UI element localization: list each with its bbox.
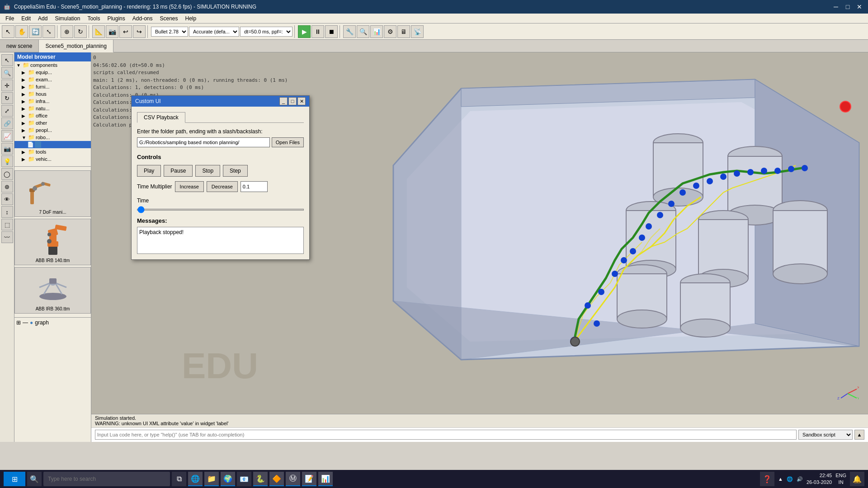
tree-tools[interactable]: ▶ 📁 tools — [14, 148, 91, 155]
taskbar-notification[interactable]: 🔔 — [850, 472, 864, 486]
taskbar-search-input[interactable] — [43, 472, 170, 486]
robot-card-abb360[interactable]: ABB IRB 360.ttm — [14, 267, 91, 314]
toolbar-extra3[interactable]: 📊 — [370, 25, 383, 38]
menu-plugins[interactable]: Plugins — [104, 14, 128, 23]
tree-equip[interactable]: ▶ 📁 equip... — [14, 69, 91, 76]
viewport[interactable]: 0 04:56:02.60 (dt=50.0 ms) scripts calle… — [91, 52, 868, 414]
increase-btn[interactable]: Increase — [175, 181, 204, 192]
toolbar-extra2[interactable]: 🔍 — [357, 25, 369, 38]
lua-dropdown[interactable]: Sandbox script — [798, 430, 853, 440]
tool-force[interactable]: ↕ — [1, 206, 13, 218]
taskbar-app1[interactable]: 📧 — [237, 472, 251, 486]
taskbar-excel[interactable]: 📊 — [318, 472, 333, 486]
accuracy-dropdown[interactable]: Accurate (defa... — [189, 27, 239, 37]
pause-button[interactable]: ⏸ — [311, 25, 324, 38]
taskbar-task-view[interactable]: ⧉ — [172, 472, 186, 486]
toggle-furni[interactable]: ▶ — [22, 84, 27, 89]
robot-card-7dof[interactable]: 7 DoF mani... — [14, 170, 91, 217]
tree-infra[interactable]: ▶ 📁 infra... — [14, 98, 91, 105]
menu-help[interactable]: Help — [182, 14, 200, 23]
taskbar-app2[interactable]: 🔶 — [269, 472, 284, 486]
maximize-button[interactable]: □ — [843, 2, 853, 12]
tool-dummy[interactable]: ◯ — [1, 168, 13, 180]
taskbar-search-icon[interactable]: 🔍 — [27, 472, 42, 486]
stop-button[interactable]: ⏹ — [325, 25, 338, 38]
toolbar-scale[interactable]: ⤡ — [42, 25, 55, 38]
toggle-natu[interactable]: ▶ — [22, 106, 27, 111]
tool-joint[interactable]: 🔗 — [1, 117, 13, 129]
toggle-tools[interactable]: ▶ — [22, 150, 27, 155]
pause-ctrl-btn[interactable]: Pause — [164, 165, 193, 177]
timestep-dropdown[interactable]: dt=50.0 ms, ppf=: — [240, 27, 292, 37]
time-slider[interactable] — [137, 209, 304, 211]
toolbar-hand[interactable]: ✋ — [15, 25, 28, 38]
menu-file[interactable]: File — [2, 14, 18, 23]
scene-graph-row[interactable]: ⊞ — ● graph — [16, 319, 89, 326]
taskbar-help[interactable]: ❓ — [760, 472, 774, 486]
minimize-button[interactable]: ─ — [831, 2, 841, 12]
start-button[interactable]: ⊞ — [4, 472, 25, 486]
taskbar-explorer[interactable]: 📁 — [204, 472, 219, 486]
taskbar-sticky[interactable]: 📝 — [302, 472, 316, 486]
tab-new-scene[interactable]: new scene — [0, 40, 39, 52]
tree-natu[interactable]: ▶ 📁 natu... — [14, 105, 91, 112]
lua-input[interactable] — [95, 430, 797, 440]
tree-vehic[interactable]: ▶ 📁 vehic... — [14, 155, 91, 163]
toolbar-obj-rotate[interactable]: ↻ — [74, 25, 87, 38]
tree-robo[interactable]: ▼ 📁 robo... — [14, 134, 91, 141]
tool-vision[interactable]: 👁 — [1, 193, 13, 205]
dialog-titlebar[interactable]: Custom UI _ □ ✕ — [132, 96, 309, 107]
toolbar-camera[interactable]: 📷 — [106, 25, 118, 38]
toggle-hous[interactable]: ▶ — [22, 92, 27, 97]
dialog-close-btn[interactable]: ✕ — [297, 97, 306, 105]
toolbar-extra6[interactable]: 📡 — [411, 25, 424, 38]
toggle-components[interactable]: ▼ — [16, 63, 22, 68]
menu-scenes[interactable]: Scenes — [156, 14, 182, 23]
taskbar-edge[interactable]: 🌐 — [188, 472, 203, 486]
close-button[interactable]: ✕ — [854, 2, 864, 12]
tab-scene5[interactable]: Scene5_motion_planning — [39, 40, 113, 52]
toolbar-extra1[interactable]: 🔧 — [343, 25, 356, 38]
robot-card-abb140[interactable]: ABB IRB 140.ttm — [14, 219, 91, 265]
toggle-exam[interactable]: ▶ — [22, 77, 27, 82]
toggle-office[interactable]: ▶ — [22, 113, 27, 118]
tree-furni[interactable]: ▶ 📁 furni... — [14, 83, 91, 90]
menu-addons[interactable]: Add-ons — [129, 14, 156, 23]
taskbar-matlab[interactable]: Ⓜ — [286, 472, 300, 486]
lua-expand-btn[interactable]: ▲ — [854, 430, 864, 440]
tree-exam[interactable]: ▶ 📁 exam... — [14, 76, 91, 83]
tool-mirror[interactable]: ⬚ — [1, 219, 13, 230]
tool-graph[interactable]: 📈 — [1, 130, 13, 142]
tool-camera2[interactable]: 📷 — [1, 143, 13, 155]
csv-playback-tab[interactable]: CSV Playback — [137, 112, 185, 123]
toolbar-obj-move[interactable]: ⊕ — [61, 25, 73, 38]
toggle-other[interactable]: ▶ — [22, 121, 27, 126]
tool-proximity[interactable]: ⊛ — [1, 181, 13, 192]
tool-path[interactable]: 〰 — [1, 231, 13, 243]
toggle-vehic[interactable]: ▶ — [22, 157, 27, 162]
tool-light[interactable]: 💡 — [1, 155, 13, 167]
toolbar-undo[interactable]: ↩ — [119, 25, 132, 38]
physics-engine-dropdown[interactable]: Bullet 2.78 — [151, 27, 188, 37]
titlebar-controls[interactable]: ─ □ ✕ — [831, 2, 864, 12]
toggle-equip[interactable]: ▶ — [22, 70, 27, 75]
toggle-robo[interactable]: ▼ — [22, 135, 27, 140]
dialog-minimize-btn[interactable]: _ — [279, 97, 288, 105]
tool-rotate2[interactable]: ↻ — [1, 92, 13, 104]
tool-scale2[interactable]: ⤢ — [1, 105, 13, 117]
menu-add[interactable]: Add — [34, 14, 51, 23]
toolbar-pointer[interactable]: ↖ — [2, 25, 14, 38]
menu-tools[interactable]: Tools — [84, 14, 104, 23]
tree-hous[interactable]: ▶ 📁 hous — [14, 90, 91, 98]
toolbar-redo[interactable]: ↪ — [133, 25, 146, 38]
toolbar-extra4[interactable]: ⚙ — [384, 25, 396, 38]
stop-ctrl-btn[interactable]: Stop — [195, 165, 220, 177]
tool-select[interactable]: ↖ — [1, 54, 13, 66]
play-ctrl-btn[interactable]: Play — [137, 165, 161, 177]
tree-office[interactable]: ▶ 📁 office — [14, 112, 91, 119]
tree-peopl[interactable]: ▶ 📁 peopl... — [14, 127, 91, 134]
menu-edit[interactable]: Edit — [18, 14, 34, 23]
tool-search[interactable]: 🔍 — [1, 67, 13, 79]
toggle-infra[interactable]: ▶ — [22, 99, 27, 104]
open-files-button[interactable]: Open Files — [272, 137, 304, 147]
